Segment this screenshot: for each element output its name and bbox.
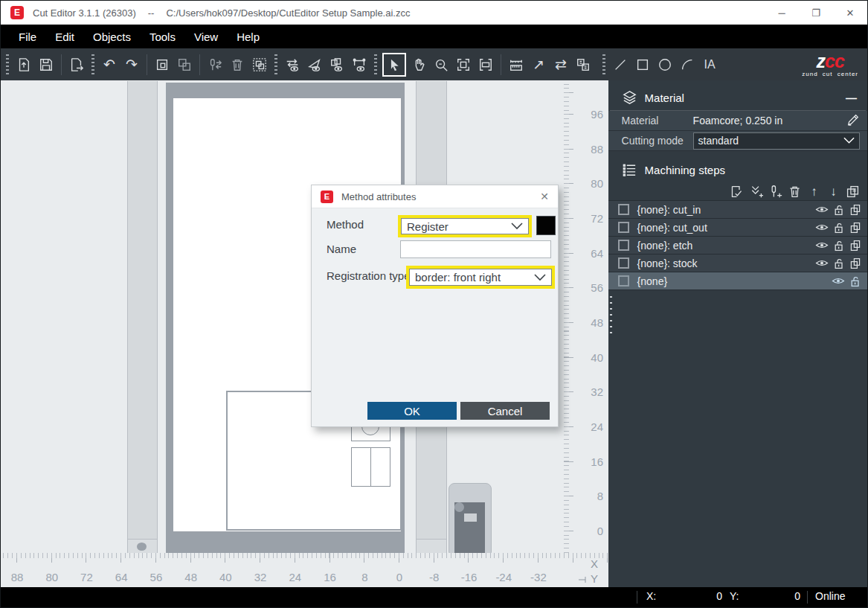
step-checkbox[interactable] [618, 275, 629, 287]
minimize-button[interactable]: ─ [765, 1, 799, 25]
menu-tools[interactable]: Tools [150, 31, 176, 43]
machining-step-row[interactable]: {none}: etch [608, 237, 867, 255]
method-label: Method [327, 218, 364, 231]
close-button[interactable]: ✕ [833, 1, 867, 25]
machining-step-row[interactable]: {none}: cut_out [608, 219, 867, 237]
menu-objects[interactable]: Objects [93, 31, 131, 43]
show-travel-button[interactable] [305, 54, 324, 76]
unlock-toggle-icon[interactable] [833, 257, 845, 269]
method-select[interactable]: Register [401, 218, 529, 234]
cutting-mode-value: standard [698, 135, 739, 147]
show-order-button[interactable] [327, 54, 347, 76]
cancel-button[interactable]: Cancel [460, 402, 550, 420]
save-button[interactable] [36, 54, 56, 76]
toolbar-grip[interactable] [274, 54, 278, 75]
visibility-toggle-icon[interactable] [815, 240, 829, 250]
ungroup-button[interactable] [175, 54, 194, 76]
visibility-toggle-icon[interactable] [815, 258, 829, 268]
delete-step-button[interactable] [786, 183, 803, 199]
toolbar-grip[interactable] [91, 54, 95, 75]
import-file-icon [16, 57, 31, 72]
machining-step-row[interactable]: {none}: stock [608, 255, 867, 272]
method-color-swatch[interactable] [536, 216, 556, 235]
reverse-direction-icon: ⇄ [555, 57, 567, 71]
fit-width-button[interactable] [476, 54, 495, 76]
name-input[interactable] [400, 240, 551, 258]
visibility-toggle-icon[interactable] [815, 205, 829, 214]
duplicate-step-button[interactable] [844, 183, 861, 199]
move-point-button[interactable]: ↗ [529, 54, 548, 76]
trash-icon [230, 57, 245, 72]
unlock-toggle-icon[interactable] [849, 275, 861, 287]
zoom-tool-button[interactable] [431, 54, 451, 76]
ok-button[interactable]: OK [367, 402, 457, 420]
pan-tool-button[interactable] [409, 54, 428, 76]
collapse-material-button[interactable]: — [846, 92, 857, 104]
move-step-down-button[interactable]: ↓ [825, 183, 842, 199]
horizontal-ruler-label: 32 [245, 571, 275, 583]
edit-material-button[interactable] [846, 113, 860, 129]
cut-sequence-icon [576, 57, 591, 72]
redo-button[interactable]: ↷ [122, 54, 141, 76]
duplicate-layer-icon[interactable] [849, 204, 861, 216]
menu-help[interactable]: Help [237, 31, 260, 43]
duplicate-layer-icon[interactable] [849, 222, 861, 234]
cutting-mode-select[interactable]: standard [693, 132, 860, 150]
arc-tool-button[interactable] [678, 54, 697, 76]
rectangle-tool-button[interactable] [633, 54, 652, 76]
unlock-toggle-icon[interactable] [833, 204, 845, 216]
select-same-button[interactable] [250, 54, 269, 76]
toolbar-grip[interactable] [602, 54, 606, 75]
horizontal-ruler-label: 0 [385, 571, 414, 583]
step-checkbox[interactable] [618, 222, 629, 233]
show-points-button[interactable] [350, 54, 369, 76]
insert-steps-button[interactable] [748, 183, 765, 199]
undo-button[interactable]: ↶ [100, 54, 119, 76]
reverse-direction-button[interactable]: ⇄ [551, 54, 570, 76]
group-button[interactable] [152, 54, 172, 76]
panel-splitter-handle[interactable] [609, 296, 613, 338]
status-bar: X: 0 Y: 0 Online [1, 587, 867, 607]
maximize-button[interactable]: ❐ [799, 1, 833, 25]
registration-type-select[interactable]: border: front right [409, 269, 552, 286]
text-tool-button[interactable]: IA [700, 54, 719, 76]
export-file-button[interactable] [67, 54, 86, 76]
menu-file[interactable]: File [19, 31, 36, 43]
step-checkbox[interactable] [618, 257, 629, 269]
menu-edit[interactable]: Edit [55, 31, 74, 43]
material-label: Material [622, 115, 693, 127]
step-checkbox[interactable] [618, 204, 629, 215]
dialog-title-bar[interactable]: E Method attributes ✕ [312, 185, 558, 208]
import-file-button[interactable] [14, 54, 33, 76]
duplicate-layer-icon[interactable] [849, 257, 861, 269]
circle-tool-button[interactable] [655, 54, 675, 76]
line-tool-button[interactable] [611, 54, 630, 76]
move-step-up-button[interactable]: ↑ [806, 183, 823, 199]
assign-method-button[interactable] [728, 183, 745, 199]
unlock-toggle-icon[interactable] [833, 240, 845, 252]
visibility-toggle-icon[interactable] [832, 276, 845, 286]
toolbar-grip[interactable] [373, 54, 378, 75]
unlock-toggle-icon[interactable] [833, 222, 845, 234]
add-step-button[interactable] [767, 183, 784, 199]
horizontal-ruler: 8880726456484032241680-8-16-24-32 X Y [1, 553, 608, 587]
two-cell-table-object[interactable] [351, 447, 390, 487]
measure-tool-button[interactable] [507, 54, 526, 76]
machining-step-row[interactable]: {none} [608, 272, 867, 290]
dialog-close-button[interactable]: ✕ [540, 191, 549, 202]
cut-sequence-button[interactable] [573, 54, 593, 76]
machining-step-row[interactable]: {none}: cut_in [608, 201, 867, 219]
toolbar-grip[interactable] [5, 54, 10, 75]
step-checkbox[interactable] [618, 240, 629, 251]
circle-tool-icon [658, 57, 672, 72]
duplicate-layer-icon[interactable] [849, 240, 861, 252]
show-direction-button[interactable] [283, 54, 302, 76]
material-panel-header: Material — [608, 85, 867, 110]
update-method-button[interactable] [205, 54, 225, 76]
layers-icon [622, 90, 637, 106]
delete-button[interactable] [228, 54, 247, 76]
select-tool-button[interactable] [382, 53, 406, 77]
menu-view[interactable]: View [194, 31, 218, 43]
visibility-toggle-icon[interactable] [815, 223, 829, 232]
fit-view-button[interactable] [454, 54, 473, 76]
